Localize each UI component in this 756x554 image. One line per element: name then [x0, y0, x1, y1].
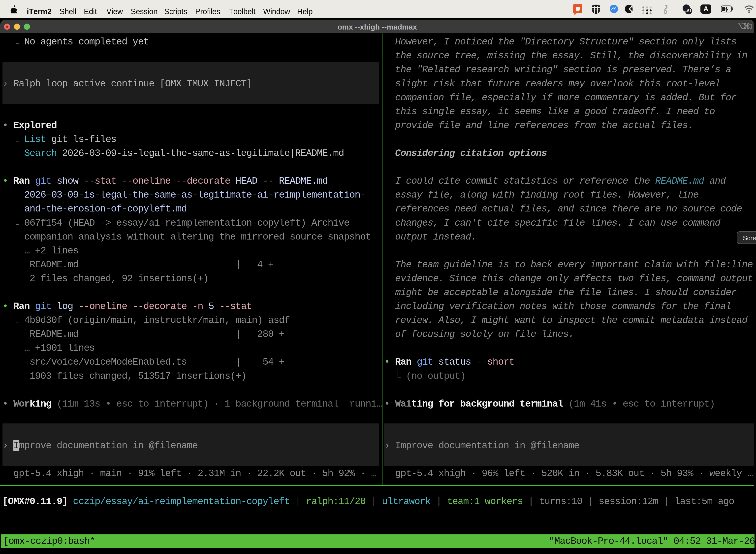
svg-text:..61: ..61 — [685, 9, 692, 13]
svg-text:1: 1 — [750, 23, 753, 29]
